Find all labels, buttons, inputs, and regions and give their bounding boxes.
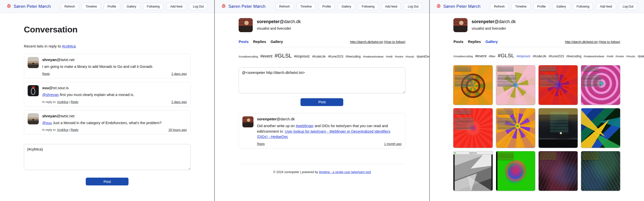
tag-event[interactable]: #event	[475, 54, 486, 58]
gallery-image-shards-blue-green-yellow[interactable]	[581, 108, 620, 148]
tag-improviz[interactable]: #improviz	[294, 54, 310, 58]
nav-button-log-out[interactable]: Log Out	[189, 3, 208, 10]
nav-button-refresh[interactable]: Refresh	[275, 3, 294, 10]
tag-music[interactable]: #music	[406, 55, 414, 58]
gallery-image-kaleidoscope-pink-olive[interactable]	[496, 65, 535, 105]
code-overlay	[497, 118, 516, 130]
site-title-link[interactable]: Søren Peter Mørch	[14, 4, 51, 9]
gallery-image-wireframe-magenta-on-green[interactable]	[496, 151, 535, 191]
post-button[interactable]: Post	[86, 178, 128, 185]
twt-footer: In reply to: #cylt4ca | Reply19 hours ag…	[42, 128, 187, 132]
reply-composer-textarea[interactable]: (#cylt4ca)	[24, 144, 191, 170]
nav-button-refresh[interactable]: Refresh	[490, 3, 509, 10]
gallery-image-kaleidoscope-red-purple[interactable]	[539, 65, 578, 105]
tag-livecoding[interactable]: #livecoding	[566, 55, 581, 58]
tab-gallery[interactable]: Gallery	[485, 40, 498, 44]
tag-makeartnotwar[interactable]: #makeartnotwar	[584, 55, 604, 58]
post-link[interactable]: @xuu	[42, 121, 52, 125]
tag-paintover[interactable]: #paintOver	[638, 55, 644, 58]
tag-makeartnotwar[interactable]: #makeartnotwar	[363, 55, 383, 58]
nav-button-log-out[interactable]: Log Out	[404, 3, 423, 10]
gallery-image-kaleidoscope-orange-violet[interactable]	[496, 108, 535, 148]
tag-glsl[interactable]: #GLSL	[275, 53, 292, 59]
tab-replies[interactable]: Replies	[468, 40, 481, 44]
post-link[interactable]: #webfinger	[296, 124, 314, 128]
tag-kodelife[interactable]: #KodeLife	[312, 55, 326, 58]
tag-paintover[interactable]: #paintOver	[416, 55, 429, 58]
nav-button-refresh[interactable]: Refresh	[60, 3, 79, 10]
nav-button-following[interactable]: Following	[573, 3, 593, 10]
reply-link[interactable]: Reply	[71, 128, 78, 132]
gallery-image-mesh-dark-green[interactable]	[581, 151, 620, 191]
tag-moire[interactable]: #moire	[616, 55, 624, 58]
nav-button-following[interactable]: Following	[143, 3, 164, 10]
feed-url-link[interactable]: http://darch.dk/twtxt.txt	[565, 40, 598, 44]
nav-button-gallery[interactable]: Gallery	[123, 3, 140, 10]
nav-button-timeline[interactable]: Timeline	[511, 3, 531, 10]
tab-posts[interactable]: Posts	[239, 40, 249, 44]
reply-link[interactable]: Reply	[71, 100, 78, 104]
in-reply-to-link[interactable]: #cylt4ca	[57, 128, 68, 132]
tab-replies[interactable]: Replies	[253, 40, 266, 44]
thread-hash-link[interactable]: #cylt4ca	[62, 44, 76, 48]
nav-button-add-feed[interactable]: Add feed	[166, 3, 186, 10]
reply-link[interactable]: Reply	[42, 72, 50, 76]
nav-button-timeline[interactable]: Timeline	[296, 3, 316, 10]
nav-button-add-feed[interactable]: Add feed	[381, 3, 401, 10]
tag-kune2023[interactable]: #Kune2023	[548, 55, 564, 58]
tag-music[interactable]: #music	[626, 55, 635, 58]
tag-kune2023[interactable]: #Kune2023	[328, 55, 343, 58]
browser-window-conversation: Søren Peter Mørch RefreshTimelineProfile…	[0, 0, 214, 201]
gallery-image-kaleidoscope-orange-green[interactable]	[453, 65, 492, 105]
reply-link[interactable]: Reply	[257, 142, 265, 146]
tag-livecoding[interactable]: #livecoding	[346, 55, 361, 58]
tag-creativecoding[interactable]: #creativecoding	[239, 55, 258, 58]
how-to-follow-link[interactable]: (How to follow)	[598, 40, 620, 44]
tag-moire[interactable]: #moire	[395, 55, 403, 58]
tag-improviz[interactable]: #improviz	[517, 54, 531, 58]
nav-button-timeline[interactable]: Timeline	[81, 3, 101, 10]
feed-url-link[interactable]: http://darch.dk/twtxt.txt	[350, 40, 383, 44]
in-reply-to-link[interactable]: #cylt4ca	[57, 100, 68, 104]
gallery-image-radial-red[interactable]	[453, 108, 492, 148]
how-to-follow-link[interactable]: (How to follow)	[384, 40, 405, 44]
tag-creativecoding[interactable]: #creativecoding	[453, 55, 473, 58]
gallery-image-kaleidoscope-magenta-rings[interactable]	[581, 65, 620, 105]
tag-glsl[interactable]: #GLSL	[498, 53, 514, 58]
nav-button-gallery[interactable]: Gallery	[337, 3, 355, 10]
gallery-image-mesh-dark-maroon[interactable]	[539, 151, 578, 191]
subtitle-text: Recent twts in reply to	[24, 44, 62, 48]
site-title-link[interactable]: Søren Peter Mørch	[443, 4, 481, 9]
site-title-link[interactable]: Søren Peter Mørch	[228, 4, 266, 9]
gallery-image-grayscale-polygons-improviz[interactable]: Improviz	[453, 151, 492, 191]
gallery-image-livecoding-performance-photo[interactable]	[539, 108, 578, 148]
avatar-shreyan	[28, 57, 39, 68]
tag-midi[interactable]: #midi	[386, 55, 393, 58]
nav-button-add-feed[interactable]: Add feed	[596, 3, 616, 10]
timestamp-link[interactable]: 1 month ago	[384, 142, 402, 146]
nav-button-profile[interactable]: Profile	[318, 3, 335, 10]
post-link[interactable]: @shreyan	[42, 93, 59, 97]
tab-posts[interactable]: Posts	[453, 40, 463, 44]
tab-gallery[interactable]: Gallery	[271, 40, 283, 44]
mention-composer-textarea[interactable]: @<sorenpeter http://darch.dk/twtxt.txt>	[239, 67, 405, 93]
nav-button-profile[interactable]: Profile	[533, 3, 550, 10]
post-button[interactable]: Post	[300, 98, 343, 106]
nav-button-log-out[interactable]: Log Out	[619, 3, 637, 10]
nav-button-gallery[interactable]: Gallery	[552, 3, 570, 10]
profile-tabs: PostsRepliesGallery http://darch.dk/twtx…	[453, 40, 620, 44]
tag-event[interactable]: #event	[260, 54, 272, 58]
twt-content: shreyan@twtxt.net@xuu Just a Monoid in t…	[42, 113, 187, 132]
tag-filter[interactable]: #filter	[489, 55, 495, 58]
nav-button-following[interactable]: Following	[358, 3, 378, 10]
timestamp-link[interactable]: 2 days ago	[171, 72, 187, 76]
tag-kodelife[interactable]: #KodeLife	[533, 55, 546, 58]
header-nav: RefreshTimelineProfileGalleryFollowingAd…	[488, 3, 640, 10]
code-overlay	[497, 110, 514, 115]
timestamp-link[interactable]: 19 hours ago	[168, 128, 187, 132]
profile-username: sorenpeter	[257, 19, 279, 24]
tag-midi[interactable]: #midi	[607, 55, 613, 58]
timestamp-link[interactable]: 2 days ago	[171, 100, 187, 104]
timeline-pod-link[interactable]: timeline - a single user twtxt/yarn pod	[319, 170, 371, 174]
nav-button-profile[interactable]: Profile	[104, 3, 120, 10]
